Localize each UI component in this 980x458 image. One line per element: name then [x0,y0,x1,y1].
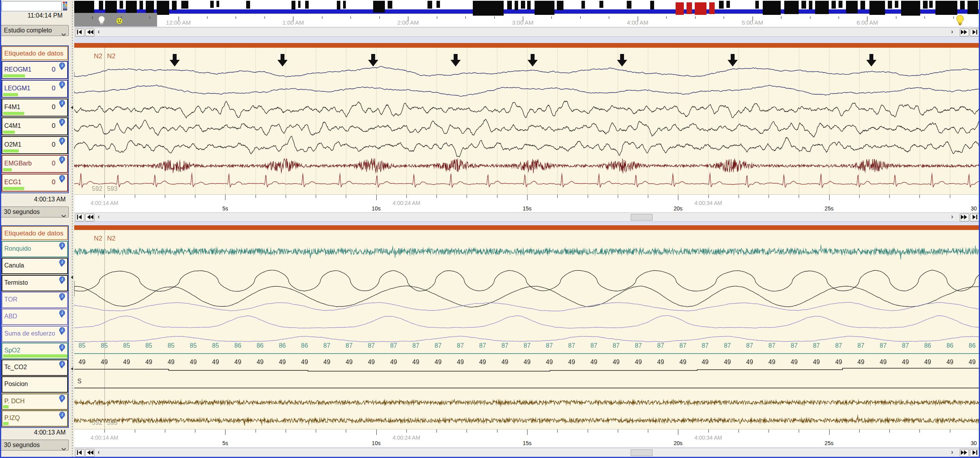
study-range-select[interactable]: Estudio completo [1,25,69,36]
axis-label: 4:00:14 AM [83,200,126,206]
pulse-value: 49 [74,359,90,366]
info-icon[interactable]: i [58,276,66,286]
scroll-last-button[interactable] [970,29,979,36]
respiratory-trace-area[interactable]: N2N2592593858585858585858686868687878787… [74,230,980,429]
axis-tick [286,429,286,433]
scroll-fast-back-button[interactable] [85,449,95,457]
overview-scrollbar[interactable]: ‹› [74,27,980,37]
info-icon[interactable]: i [58,100,66,110]
channel-row-canula[interactable]: Canulai [2,258,68,274]
channel-row-termisto[interactable]: Termistoi [2,275,68,291]
info-icon[interactable]: i [58,327,66,337]
note-marker-icon[interactable] [63,1,68,11]
scroll-thumb[interactable] [631,449,653,456]
scroll-forward-chevron[interactable]: › [951,28,953,35]
respiratory-panel-scrollbar[interactable]: ‹› [74,448,980,457]
channel-row-leogm1[interactable]: LEOGM10i [2,80,68,98]
info-icon[interactable]: i [58,242,66,252]
spo2-value: 85 [208,342,224,349]
spo2-value: 87 [675,342,691,349]
sidebar-splitter[interactable] [70,0,74,458]
pulse-value: 49 [742,359,758,366]
info-icon[interactable]: i [58,361,66,370]
scroll-fast-back-button[interactable] [85,214,95,221]
channel-row-p-dch[interactable]: P. DCHi [2,393,68,410]
eeg-panel: N2N2592593 4:00:14 AM5s10s4:00:24 AM15s2… [74,43,980,212]
annotation-input[interactable] [2,1,62,11]
eeg-trace-area[interactable]: N2N2592593 [74,48,980,194]
hypnogram-wake-block [860,1,865,9]
channel-row-ecg1[interactable]: ECG10i [2,174,68,192]
info-icon[interactable]: i [58,344,66,354]
channel-row-ronquido[interactable]: Ronquidoi [2,241,68,257]
axis-label: 4:00:24 AM [385,200,428,206]
position-value: S [77,378,82,385]
channel-row-p-izq[interactable]: P.IZQi [2,410,68,427]
info-icon[interactable]: i [58,81,66,91]
channel-row-c4m1[interactable]: C4M10i [2,117,68,135]
overview-hypnogram[interactable]: 12:00 AM1:00 AM2:00 AM3:00 AM4:00 AM5:00… [74,0,980,27]
scroll-back-chevron[interactable]: ‹ [98,213,100,220]
hypnogram-wake-block [627,1,631,9]
channel-row-emgbarb[interactable]: EMGBarb0i [2,155,68,173]
info-icon[interactable]: i [58,411,66,421]
scroll-forward-chevron[interactable]: › [951,449,953,456]
channel-row-reogm1[interactable]: REOGM10i [2,61,68,79]
scroll-fast-forward-button[interactable] [960,449,969,457]
scroll-last-button[interactable] [970,214,979,221]
pulse-value: 49 [564,359,579,366]
channel-row-o2m1[interactable]: O2M10i [2,136,68,154]
channel-row-tc-co2[interactable]: Tc_CO2i [2,359,68,376]
scroll-fast-forward-button[interactable] [960,214,969,221]
info-icon[interactable]: i [58,175,66,185]
axis-tick [950,195,950,198]
scroll-fast-back-button[interactable] [85,29,95,36]
scroll-last-button[interactable] [970,449,979,457]
info-icon[interactable]: i [58,310,66,320]
signal-quality-meter [3,149,19,153]
info-icon[interactable]: i [58,119,66,128]
info-icon[interactable]: i [58,137,66,147]
channel-section-header: Etiquetado de datos [2,46,68,60]
scroll-fast-forward-button[interactable] [960,29,969,36]
channel-row-spo2[interactable]: SpO2i [2,343,68,359]
scroll-thumb[interactable] [631,214,653,221]
axis-tick [165,429,165,433]
spo2-value: 87 [898,342,913,349]
axis-tick [618,429,618,433]
hypnogram-wake-block [139,1,143,9]
channel-row-posicion[interactable]: Posicion [2,376,68,393]
channel-row-f4m1[interactable]: F4M10i [2,99,68,117]
axis-tick [557,429,558,433]
epoch-length-select[interactable]: 30 segundos [1,440,69,451]
hypnogram-wake-block [801,1,806,9]
info-icon[interactable]: i [58,395,66,404]
scroll-first-button[interactable] [75,214,84,221]
scroll-back-chevron[interactable]: ‹ [98,449,100,456]
pulse-value: 49 [341,359,357,366]
scroll-first-button[interactable] [75,29,84,36]
channel-row-suma-de-esfuerzo[interactable]: Suma de esfuerzoi [2,326,68,342]
info-icon[interactable]: i [58,62,66,72]
epoch-number: 592 [84,419,102,426]
scroll-forward-chevron[interactable]: › [951,213,953,220]
axis-tick [769,429,769,433]
info-icon[interactable]: i [58,156,66,166]
eeg-panel-scrollbar[interactable]: ‹› [74,212,980,222]
splitter-arrow-icon[interactable] [70,104,73,111]
channel-row-abd[interactable]: ABDi [2,309,68,325]
info-icon[interactable]: i [58,293,66,303]
axis-tick [225,195,225,200]
recording-start-clock: 11:04:14 PM [0,12,63,19]
pulse-value: 49 [720,359,735,366]
splitter-arrow-icon[interactable] [70,274,73,281]
scroll-back-chevron[interactable]: ‹ [98,28,100,35]
splitter-arrow-icon[interactable] [70,365,73,372]
epoch-length-select[interactable]: 30 segundos [1,207,69,217]
hypnogram-wake-block [373,1,385,13]
axis-label: 4:00:24 AM [385,435,428,441]
info-icon[interactable]: i [58,259,66,269]
scroll-first-button[interactable] [75,449,84,457]
channel-row-tor[interactable]: TORi [2,292,68,308]
pulse-value: 49 [275,359,290,366]
